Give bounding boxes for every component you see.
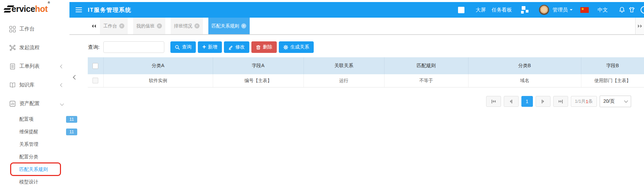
add-button[interactable]: + 新增 (198, 41, 222, 53)
tab-label: 匹配关系规则 (212, 23, 239, 29)
next-page-button[interactable] (536, 96, 550, 107)
sidebar-subitem-relation-management[interactable]: 关系管理 (0, 138, 69, 151)
last-page-button[interactable] (553, 96, 568, 107)
fullscreen-square-icon[interactable] (458, 7, 464, 13)
sidebar-item-label: 知识库 (19, 82, 61, 88)
user-menu[interactable]: 管理员 (553, 7, 573, 13)
cell-match-rule: 不等于 (384, 74, 468, 87)
row-select-cell (88, 74, 103, 87)
sidebar-subitem-config-items[interactable]: 配置项 11 (0, 113, 69, 125)
table-header-row: 分类A 字段A 关联关系 匹配规则 分类B 字段B (88, 57, 644, 74)
skip-first-icon (492, 100, 492, 103)
app: ervicehot® 工作台 发起流程 (0, 0, 644, 196)
next-icon (543, 100, 544, 103)
sidebar-item-start-process[interactable]: 发起流程 (0, 38, 69, 57)
table-row[interactable]: 软件实例 编号【主表】 运行 不等于 域名 使用部门【主表】 (88, 74, 644, 87)
sidebar-subitem-label: 维保提醒 (19, 129, 38, 135)
sidebar-collapse-handle[interactable] (73, 75, 78, 80)
column-header: 匹配规则 (384, 57, 468, 74)
tab-close-icon[interactable] (241, 23, 246, 28)
sidebar-item-label: 工作台 (19, 26, 63, 32)
select-all-checkbox[interactable] (92, 63, 98, 69)
tab-label: 排班情况 (174, 23, 192, 29)
open-book-icon (9, 82, 16, 89)
query-toolbar: 查询: 查询 + 新增 修改 (88, 41, 314, 53)
select-all-header-cell (88, 57, 103, 74)
prev-page-button[interactable] (504, 96, 519, 107)
help-circle-icon[interactable] (641, 6, 644, 14)
big-screen-link[interactable]: 大屏 (476, 7, 486, 13)
page-size-select[interactable]: 20/页 (600, 96, 631, 107)
sidebar-item-asset-config[interactable]: 资产配置 (0, 94, 69, 113)
sidebar: ervicehot® 工作台 发起流程 (0, 0, 69, 196)
sidebar-menu: 工作台 发起流程 工单列表 (0, 18, 69, 188)
column-header: 字段A (213, 57, 304, 74)
tab-close-icon[interactable] (119, 23, 124, 28)
hamburger-menu-icon[interactable] (76, 7, 82, 13)
tab-my-duty[interactable]: 我的值班 (133, 18, 165, 34)
chevron-down-icon (624, 99, 628, 102)
sidebar-subitem-label: 模型设计 (19, 179, 38, 185)
skip-last-icon (562, 100, 563, 103)
search-button[interactable]: 查询 (170, 41, 196, 53)
tab-label: 工作台 (103, 23, 117, 29)
pagination: 1 1/1共1条 20/页 (486, 96, 631, 107)
sidebar-subitem-model-design[interactable]: 模型设计 (0, 176, 69, 188)
bar-chart-icon (9, 100, 16, 107)
language-switcher[interactable]: 中文 (598, 7, 608, 13)
count-badge: 11 (66, 129, 77, 135)
app-title: IT服务管理系统 (88, 6, 131, 14)
chevron-down-icon (60, 102, 64, 105)
trash-icon (256, 45, 261, 50)
notifications-bell-icon[interactable] (619, 6, 625, 13)
sidebar-subitem-label: 配置项 (19, 116, 34, 122)
first-page-button[interactable] (486, 96, 501, 107)
tab-label: 我的值班 (137, 23, 155, 29)
china-flag-icon[interactable]: ★ (580, 7, 589, 13)
tab-close-icon[interactable] (194, 23, 200, 28)
sidebar-subitem-matching-relation-rules[interactable]: 匹配关系规则 (0, 163, 69, 176)
record-count: 1 (586, 99, 588, 104)
tabs-scroll-right-button[interactable] (635, 18, 644, 34)
theme-shirt-icon[interactable] (628, 6, 635, 13)
sidebar-item-workbench[interactable]: 工作台 (0, 20, 69, 38)
tab-close-icon[interactable] (157, 23, 162, 28)
edit-button[interactable]: 修改 (224, 41, 249, 53)
sidebar-item-work-orders[interactable]: 工单列表 (0, 57, 69, 76)
prev-icon (510, 100, 511, 103)
tab-shift-schedule[interactable]: 排班情况 (171, 18, 203, 34)
cell-category-b: 域名 (468, 74, 581, 87)
delete-button[interactable]: 删除 (251, 41, 277, 53)
edit-pencil-icon (228, 45, 233, 50)
sidebar-item-label: 资产配置 (19, 100, 61, 107)
generate-relations-button[interactable]: 生成关系 (279, 41, 314, 53)
page-number-button[interactable]: 1 (521, 96, 533, 107)
cell-field-a: 编号【主表】 (213, 74, 304, 87)
page-size-value: 20/页 (603, 98, 615, 104)
plus-icon: + (202, 44, 206, 50)
task-board-link[interactable]: 任务看板 (492, 7, 512, 13)
user-avatar[interactable] (539, 5, 549, 15)
cell-field-b: 使用部门【主表】 (581, 74, 644, 87)
sidebar-item-knowledge-base[interactable]: 知识库 (0, 76, 69, 94)
top-bar-actions: 大屏 任务看板 管理员 ★ 中文 (458, 5, 644, 15)
sidebar-subitem-label: 匹配关系规则 (19, 166, 48, 173)
dashboard-grid-icon[interactable] (521, 6, 529, 14)
sidebar-subitem-label: 关系管理 (19, 141, 38, 148)
cell-category-a: 软件实例 (103, 74, 213, 87)
chevron-left-icon (60, 83, 64, 87)
row-checkbox[interactable] (92, 78, 98, 83)
caret-down-icon (570, 9, 573, 12)
main-content: 查询: 查询 + 新增 修改 (69, 35, 644, 196)
sidebar-subitem-config-classification[interactable]: 配置分类 (0, 151, 69, 163)
sidebar-subitem-maintenance-reminder[interactable]: 维保提醒 11 (0, 125, 69, 138)
flow-network-icon (9, 44, 16, 51)
document-list-icon (9, 63, 16, 70)
tab-matching-relation-rules[interactable]: 匹配关系规则 (208, 18, 250, 34)
search-input[interactable] (103, 41, 164, 53)
double-chevron-left-icon (92, 24, 94, 28)
tabs-scroll-left-button[interactable] (69, 18, 100, 34)
rules-table: 分类A 字段A 关联关系 匹配规则 分类B 字段B 软件实例 编号【主表】 运行… (88, 57, 644, 87)
query-label: 查询: (88, 44, 100, 51)
tab-workbench[interactable]: 工作台 (100, 18, 128, 34)
